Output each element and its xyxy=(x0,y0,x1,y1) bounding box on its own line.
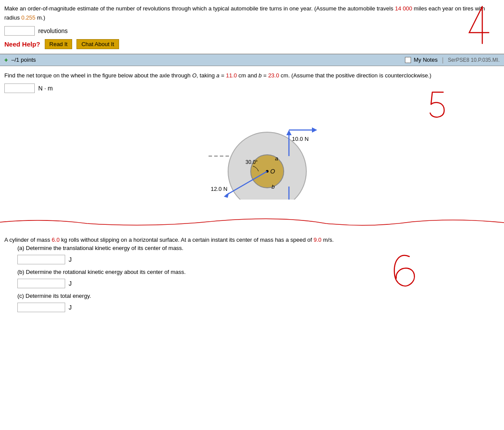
b-value: 23.0 xyxy=(268,72,279,79)
scribble-number-6 xyxy=(391,250,417,293)
part-a-unit: J xyxy=(69,256,72,263)
mass-value: 6.0 xyxy=(52,237,60,243)
torque-text-4: cm and xyxy=(237,72,259,79)
torque-text-2: , taking xyxy=(196,72,216,79)
torque-text-6: cm. (Assume that the positive direction … xyxy=(279,72,431,79)
torque-input[interactable] xyxy=(4,83,35,93)
cylinder-text-2: kg rolls without slipping on a horizonta… xyxy=(60,237,314,243)
miles-highlight: 14 000 xyxy=(395,5,412,12)
svg-text:30.0°: 30.0° xyxy=(245,159,258,165)
part-c-input[interactable] xyxy=(17,303,65,312)
cylinder-text-1: A cylinder of mass xyxy=(4,237,52,243)
O-italic: O xyxy=(192,72,196,79)
problem-text-before: Make an order-of-magnitude estimate of t… xyxy=(4,5,395,12)
svg-text:9.00 N: 9.00 N xyxy=(292,199,308,200)
chat-about-it-button[interactable]: Chat About It xyxy=(76,39,119,49)
scribble-number-5 xyxy=(426,88,452,123)
radius-unit: m.) xyxy=(36,14,45,21)
torque-text-1: Find the net torque on the wheel in the … xyxy=(4,72,192,79)
a-italic: a xyxy=(216,72,219,79)
part-b-label: (b) Determine the rotational kinetic ene… xyxy=(17,269,500,275)
read-it-button[interactable]: Read It xyxy=(45,39,73,49)
scribble-number-4 xyxy=(461,2,491,50)
divider-separator: | xyxy=(442,57,444,63)
part-a-input[interactable] xyxy=(17,255,65,264)
need-help-label: Need Help? xyxy=(4,40,40,48)
expand-icon[interactable]: + xyxy=(4,57,8,63)
scribble-divider xyxy=(0,211,504,231)
svg-marker-11 xyxy=(312,127,317,133)
part-b-unit: J xyxy=(69,280,72,287)
my-notes-label[interactable]: My Notes xyxy=(414,57,438,63)
wheel-diagram: O a b 10.0 N 9.00 N xyxy=(182,100,322,200)
svg-text:12.0 N: 12.0 N xyxy=(211,186,227,192)
revolutions-unit: revolutions xyxy=(38,27,68,34)
svg-marker-16 xyxy=(224,193,229,198)
svg-text:a: a xyxy=(275,155,278,162)
svg-text:b: b xyxy=(272,183,275,190)
cylinder-text-3: m/s. xyxy=(322,237,334,243)
revolutions-input[interactable] xyxy=(4,26,35,36)
torque-text-5: = xyxy=(262,72,268,79)
part-c-unit: J xyxy=(69,304,72,311)
part-c-label: (c) Determine its total energy. xyxy=(17,293,500,299)
radius-highlight: 0.255 xyxy=(21,14,36,21)
svg-text:10.0 N: 10.0 N xyxy=(292,136,308,142)
torque-text-3: = xyxy=(219,72,226,79)
svg-marker-8 xyxy=(286,130,292,135)
speed-value: 9.0 xyxy=(314,237,322,243)
part-a-label: (a) Determine the translational kinetic … xyxy=(17,245,500,251)
svg-text:O: O xyxy=(270,168,275,175)
part-b-input[interactable] xyxy=(17,279,65,288)
my-notes-checkbox[interactable] xyxy=(405,57,411,63)
torque-unit: N · m xyxy=(38,85,53,92)
book-ref: SerPSE8 10.P.035.MI. xyxy=(448,57,500,63)
a-value: 11.0 xyxy=(226,72,237,79)
points-label: –/1 points xyxy=(11,57,36,63)
